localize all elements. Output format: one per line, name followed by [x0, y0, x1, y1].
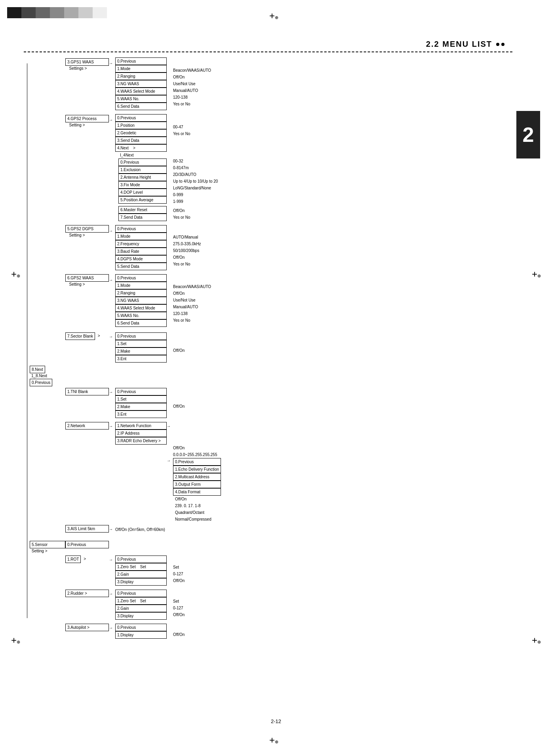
g2w-send: 6.Send Data [115, 319, 167, 327]
ais-section: 3.AIS Limit 5km → Off/On (On=5km, Off=60… [30, 525, 221, 533]
gps2-waas-sublabel: Setting > [65, 282, 85, 286]
gps2p2-val-9: Yes or No [173, 214, 221, 221]
crosshair-bottom: ⊕ [269, 735, 278, 745]
gps2p-geo: 2.Geodetic [115, 129, 167, 137]
gps2p2-ant: 2.Antenna Height [118, 174, 167, 181]
gps2p2-val-4: Up to 4/Up to 10/Up to 20 [173, 178, 221, 185]
rudder-prev: 0.Previous [115, 590, 167, 597]
g2w-mode: 1.Mode [115, 282, 167, 289]
gps2p2-val-6: 0-999 [173, 191, 221, 198]
autopilot-section: 3.Autopilot > → 0.Previous 1.Display Off… [30, 624, 221, 639]
rudder-section: 2.Rudder > → 0.Previous 1.Zero Set Set 2… [30, 590, 221, 620]
gps2p-val-1: 00-47 [173, 124, 221, 130]
swatch-5 [64, 7, 78, 18]
gps2p-next: 4.Next > [115, 144, 167, 152]
crosshair-left2: ⊕ [11, 636, 20, 645]
gps2-process-sublabel: Setting > [65, 123, 85, 127]
g2w-select: 4.WAAS Select Mode [115, 304, 167, 312]
spacer1 [30, 110, 221, 114]
sb-val: Off/On [173, 347, 221, 354]
autopilot-label: 3.Autopilot > [65, 624, 109, 631]
rot-val-2: 0-127 [173, 571, 221, 577]
sb-set: 1.Set [115, 340, 167, 347]
gps2p2-val-8: Off/On [173, 207, 221, 214]
next-1-8-label: 1_8.Next [31, 373, 65, 379]
radr-val-3: Quadrant/Octant [175, 509, 221, 516]
net-func: 1.Network Function [115, 422, 167, 430]
gps2p2-master: 6.Master Reset [118, 206, 167, 214]
rot-section: 1.ROT > → 0.Previous 1.Zero Set Set 2.Ga… [30, 556, 221, 586]
gps2p2-dop: 4.DOP Level [118, 189, 167, 196]
net-ip: 2.IP Address [115, 430, 167, 437]
dgps-prev: 0.Previous [115, 225, 167, 233]
dgps-val-2: 275.0-335.0kHz [173, 241, 221, 247]
spacer12 [30, 620, 221, 624]
crosshair-right: ⊕ [532, 269, 541, 279]
ais-val: Off/On (On=5km, Off=60km) [115, 527, 165, 532]
spacer9 [30, 533, 221, 541]
left-border-line [27, 63, 27, 618]
gps1-val-5: 120-138 [173, 94, 221, 101]
rudder-val-1: Set [173, 598, 221, 605]
gps2p2-val-1: 00-32 [173, 158, 221, 164]
dot-1 [496, 43, 499, 46]
g2w-no: 5.WAAS No. [115, 312, 167, 319]
rudder-label: 2.Rudder > [65, 590, 109, 597]
rudder-val-3: Off/On [173, 611, 221, 618]
gps1-mode: 1.Mode [115, 65, 167, 73]
gps2-process-p2: I_4Next 0.Previous 1.Exclusion 2.Antenna… [30, 152, 221, 221]
spacer3 [30, 270, 221, 274]
gps2p2-excl: 1.Exclusion [118, 166, 167, 174]
rudder-gain: 2.Gain [115, 605, 167, 612]
dgps-mode: 1.Mode [115, 233, 167, 240]
tni-label: 1.TNI Blank [65, 388, 109, 395]
gps1-ranging: 2.Ranging [115, 73, 167, 80]
tni-val: Off/On [173, 403, 221, 410]
gps2-process-section: 4.GPS2 Process Setting > → 0.Previous 1.… [30, 114, 221, 152]
swatch-3 [36, 7, 50, 18]
tni-prev: 0.Previous [115, 388, 167, 395]
dgps-dgps: 4.DGPS Mode [115, 255, 167, 263]
gps1-val-3: Use/Not Use [173, 80, 221, 87]
next-8-prev: 0.Previous [30, 379, 52, 386]
gps1-waas-sublabel: Settings > [65, 66, 87, 71]
menu-tree-table: 3.GPS1 WAAS Settings > → 0.Previous 1.Mo… [30, 57, 221, 639]
net-radr: 3.RADR Echo Delivery > [115, 437, 167, 445]
gps1-waas-select: 4.WAAS Select Mode [115, 88, 167, 95]
gps1-val-2: Off/On [173, 74, 221, 80]
gps1-val-1: Beacon/WAAS/AUTO [173, 67, 221, 74]
dgps-baud: 3.Baud Rate [115, 248, 167, 255]
g2w-val-1: Beacon/WAAS/AUTO [173, 283, 221, 290]
autopilot-disp: 1.Display [115, 631, 167, 639]
radr-echo: 1.Echo Delivery Function [173, 466, 221, 473]
gps2-waas-label: 6.GPS2 WAAS [65, 274, 109, 282]
sensor-section: 5.Sensor Setting > 0.Previous [30, 541, 221, 554]
gps2p-pos: 1.Position [115, 122, 167, 129]
page-title: 2.2 MENU LIST [426, 40, 504, 49]
swatch-4 [50, 7, 64, 18]
network-section: 2.Network → 1.Network Function 2.IP Addr… [30, 422, 221, 445]
dgps-val-1: AUTO/Manual [173, 234, 221, 241]
gps2p-val-2: Yes or No [173, 130, 221, 137]
page-number: 2-12 [271, 718, 281, 724]
g2w-ranging: 2.Ranging [115, 289, 167, 297]
sb-ent: 3.Ent [115, 355, 167, 363]
swatch-1 [7, 7, 21, 18]
spacer7 [30, 418, 221, 422]
radr-prev: 0.Previous [173, 458, 221, 466]
g2w-val-5: 120-138 [173, 310, 221, 317]
dgps-val-3: 50/100/200bps [173, 247, 221, 254]
gps2p-14next-label: I_4Next [118, 153, 167, 158]
tni-ent: 3.Ent [115, 410, 167, 418]
crosshair-right2: ⊕ [532, 636, 541, 645]
gps1-prev: 0.Previous [115, 57, 167, 65]
gps2p2-val-7: 1-999 [173, 198, 221, 205]
tni-set: 1.Set [115, 395, 167, 403]
swatch-2 [21, 7, 36, 18]
radr-multi: 2.Multicast Address [173, 473, 221, 481]
gps2p2-send: 7.Send Data [118, 214, 167, 221]
radr-values: Off/On 239. 0. 17. 1-8 Quadrant/Octant N… [30, 496, 221, 523]
gps2p2-posavg: 5.Position Average [118, 196, 167, 204]
swatch-6 [78, 7, 93, 18]
net-val-1: Off/On [173, 445, 221, 451]
